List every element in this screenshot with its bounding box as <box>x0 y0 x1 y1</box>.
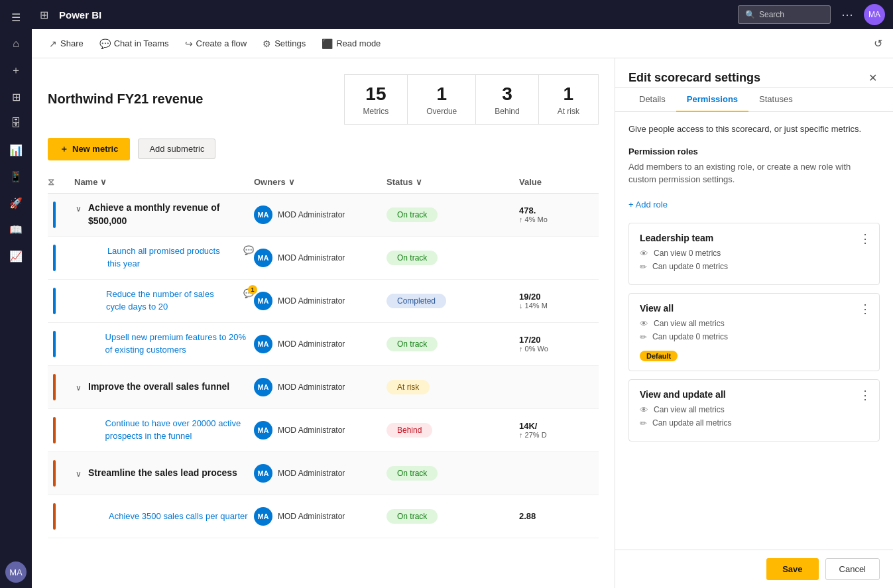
permission-roles-description: Add members to an existing role, or crea… <box>628 160 880 186</box>
grid-icon[interactable]: ⊞ <box>40 9 48 21</box>
metric-name-text[interactable]: Improve the overall sales funnel <box>88 381 229 394</box>
search-label: Search <box>759 10 784 19</box>
panel-title: Edit scorecard settings <box>628 71 866 85</box>
role-card-view-update-all: View and update all 👁 Can view all metri… <box>628 379 880 441</box>
perm-label: Can update all metrics <box>652 418 731 428</box>
metric-card-overdue: 1 Overdue <box>407 74 475 125</box>
expand-icon[interactable]: ∨ <box>74 382 83 394</box>
row-name-cell: ∨ Achieve a monthly revenue of $500,000 <box>74 202 254 227</box>
owners-column-header[interactable]: Owners ∨ <box>254 177 387 187</box>
browse-icon[interactable]: ⊞ <box>4 85 28 109</box>
role-more-button[interactable]: ⋮ <box>859 231 871 246</box>
row-bar-cell <box>48 245 74 271</box>
row-bar-cell <box>48 202 74 228</box>
owner-cell: MA MOD Administrator <box>254 507 387 526</box>
secondary-toolbar: ↗ Share 💬 Chat in Teams ↪ Create a flow … <box>32 29 893 58</box>
side-panel: Edit scorecard settings ✕ DetailsPermiss… <box>615 58 893 588</box>
perm-icon: ✏ <box>640 332 647 342</box>
refresh-icon[interactable]: ↺ <box>874 37 882 50</box>
table-row: Upsell new premium features to 20% of ex… <box>48 323 599 366</box>
metrics-icon[interactable]: 📈 <box>4 244 28 268</box>
filter-icon[interactable]: ⧖ <box>48 176 54 188</box>
status-badge: On track <box>387 466 438 481</box>
owner-name: MOD Administrator <box>278 426 345 435</box>
metric-card-behind: 3 Behind <box>475 74 538 125</box>
plus-icon[interactable]: ＋ <box>4 58 28 82</box>
metric-name-text[interactable]: Continue to have over 20000 active prosp… <box>105 418 254 441</box>
comment-badge[interactable]: 💬 1 <box>243 288 254 298</box>
default-badge: Default <box>640 351 678 361</box>
tab-statuses[interactable]: Statuses <box>748 88 804 112</box>
new-metric-button[interactable]: ＋ New metric <box>48 138 130 160</box>
metric-name-text[interactable]: Achieve a monthly revenue of $500,000 <box>88 202 254 227</box>
owner-cell: MA MOD Administrator <box>254 464 387 483</box>
search-box[interactable]: 🔍 Search <box>738 5 831 24</box>
panel-body: Give people access to this scorecard, or… <box>615 112 893 550</box>
home-icon[interactable]: ⌂ <box>4 32 28 56</box>
row-name-cell: ∨ Improve the overall sales funnel <box>74 381 254 394</box>
metric-name-text[interactable]: Reduce the number of sales cycle days to… <box>106 288 235 312</box>
top-bar: ⊞ Power BI 🔍 Search ⋯ MA <box>32 0 893 29</box>
chat-label: Chat in Teams <box>114 38 169 48</box>
owner-avatar: MA <box>254 507 272 526</box>
scorecard-header: Northwind FY21 revenue 15 Metrics 1 Over… <box>48 74 599 125</box>
metric-label: Overdue <box>426 107 457 116</box>
owner-cell: MA MOD Administrator <box>254 206 387 224</box>
tab-permissions[interactable]: Permissions <box>676 88 748 112</box>
sidebar-navigation: ☰ ⌂ ＋ ⊞ 🗄 📊 📱 🚀 📖 📈 MA <box>0 0 32 588</box>
add-submetric-button[interactable]: Add submetric <box>138 139 215 159</box>
expand-icon[interactable]: ∨ <box>74 203 83 215</box>
cancel-button[interactable]: Cancel <box>825 558 880 580</box>
value-column-header[interactable]: Value <box>519 177 599 187</box>
status-badge: On track <box>387 337 438 351</box>
owner-cell: MA MOD Administrator <box>254 378 387 396</box>
role-more-button[interactable]: ⋮ <box>859 302 871 316</box>
main-area: ⊞ Power BI 🔍 Search ⋯ MA ↗ Share 💬 Chat … <box>32 0 893 588</box>
status-cell: On track <box>387 337 519 351</box>
role-more-button[interactable]: ⋮ <box>859 388 871 402</box>
create-flow-button[interactable]: ↪ Create a flow <box>178 34 254 53</box>
content-area: Northwind FY21 revenue 15 Metrics 1 Over… <box>32 58 893 588</box>
user-avatar-sidebar[interactable]: MA <box>5 561 27 583</box>
apps-icon[interactable]: 📱 <box>4 164 28 188</box>
rocket-icon[interactable]: 🚀 <box>4 191 28 215</box>
scorecard-icon[interactable]: 📊 <box>4 138 28 162</box>
value-label: Value <box>519 177 542 187</box>
readmode-button[interactable]: ⬛ Read mode <box>315 34 387 53</box>
role-card-leadership: Leadership team 👁 Can view 0 metrics ✏ C… <box>628 223 880 285</box>
perm-label: Can view 0 metrics <box>654 249 721 258</box>
value-main: 17/20 <box>519 335 599 345</box>
row-bar-cell <box>48 417 74 443</box>
panel-footer: Save Cancel <box>615 550 893 588</box>
metric-num: 1 <box>426 83 457 105</box>
owner-avatar: MA <box>254 464 272 483</box>
panel-close-button[interactable]: ✕ <box>866 69 880 87</box>
comment-badge[interactable]: 💬 <box>243 245 254 255</box>
owner-avatar: MA <box>254 421 272 440</box>
chat-teams-button[interactable]: 💬 Chat in Teams <box>93 34 176 53</box>
add-role-button[interactable]: + Add role <box>628 197 880 212</box>
metric-name-text[interactable]: Upsell new premium features to 20% of ex… <box>105 331 254 355</box>
metric-name-text[interactable]: Streamline the sales lead process <box>88 467 237 480</box>
table-rows: ∨ Achieve a monthly revenue of $500,000 … <box>48 194 599 538</box>
share-button[interactable]: ↗ Share <box>42 34 90 53</box>
status-column-header[interactable]: Status ∨ <box>387 177 519 187</box>
status-label: Status <box>387 177 413 187</box>
search-icon: 🔍 <box>745 10 755 19</box>
name-column-header[interactable]: Name ∨ <box>74 177 254 187</box>
status-bar <box>53 288 56 314</box>
owner-name: MOD Administrator <box>278 382 345 392</box>
metric-card-at-risk: 1 At risk <box>538 74 599 125</box>
data-hub-icon[interactable]: 🗄 <box>4 111 28 135</box>
book-icon[interactable]: 📖 <box>4 217 28 241</box>
save-button[interactable]: Save <box>766 558 818 580</box>
metric-name-text[interactable]: Launch all promised products this year <box>107 245 235 269</box>
more-options-icon[interactable]: ⋯ <box>841 7 853 22</box>
user-avatar-topbar[interactable]: MA <box>864 4 885 25</box>
expand-icon[interactable]: ∨ <box>74 468 83 480</box>
hamburger-menu-icon[interactable]: ☰ <box>4 5 28 29</box>
metric-name-text[interactable]: Achieve 3500 sales calls per quarter <box>109 510 248 522</box>
settings-button[interactable]: ⚙ Settings <box>256 34 312 53</box>
new-metric-label: New metric <box>72 144 118 154</box>
tab-details[interactable]: Details <box>628 88 676 112</box>
